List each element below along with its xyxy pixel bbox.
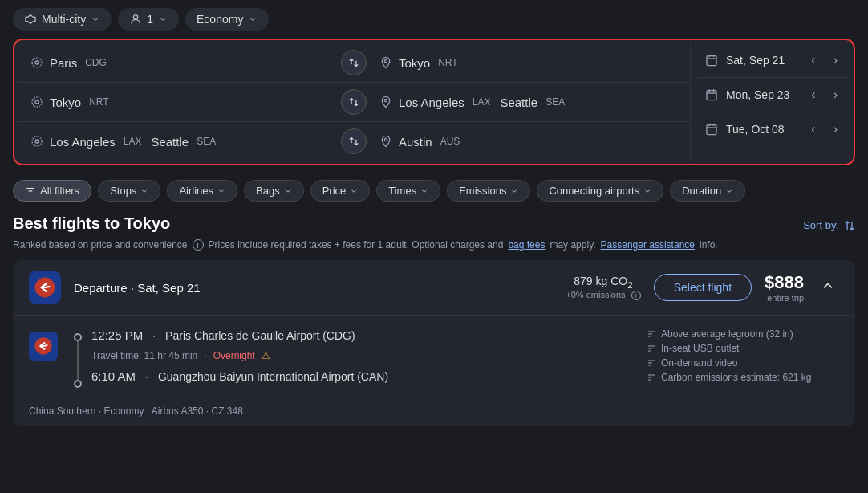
route-dots: [74, 328, 82, 388]
date-prev-2[interactable]: ‹: [806, 86, 820, 104]
times-chevron: [420, 187, 428, 195]
route-display: 12:25 PM · Paris Charles de Gaulle Airpo…: [74, 328, 631, 388]
travel-time: Travel time: 11 hr 45 min: [91, 350, 197, 361]
filters-bar: All filters Stops Airlines Bags Price Ti…: [0, 173, 868, 208]
dest-field-2[interactable]: Los Angeles LAX Seattle SEA: [370, 92, 687, 112]
swap-button-1[interactable]: [341, 50, 367, 75]
origin-field-2[interactable]: Tokyo NRT: [21, 92, 338, 112]
emissions-label: Emissions: [459, 185, 506, 197]
amenity-legroom-text: Above average legroom (32 in): [661, 328, 793, 340]
co2-sub-text: +0% emissions: [566, 290, 625, 299]
search-row-1: Paris CDG Tokyo NRT: [18, 43, 690, 83]
date-prev-1[interactable]: ‹: [806, 51, 820, 69]
date-next-3[interactable]: ›: [829, 120, 842, 138]
arrive-time: 6:10 AM: [91, 369, 136, 383]
connecting-airports-filter-button[interactable]: Connecting airports: [537, 180, 663, 202]
dest-icon-3: [379, 135, 392, 148]
co2-value: 879 kg CO2: [566, 275, 640, 290]
dest-field-3[interactable]: Austin AUS: [370, 132, 687, 152]
date-next-2[interactable]: ›: [829, 86, 842, 104]
filter-icon: [25, 185, 36, 197]
passengers-button[interactable]: 1: [118, 8, 179, 31]
may-apply-text: may apply.: [550, 239, 595, 251]
dest-code-2b: SEA: [546, 96, 565, 108]
travel-separator: ·: [204, 350, 206, 361]
date-row-2[interactable]: Mon, Sep 23 ‹ ›: [697, 78, 850, 112]
passengers-label: 1: [147, 13, 153, 26]
amenities-list: Above average legroom (32 in) In-seat US…: [647, 328, 839, 388]
date-row-3[interactable]: Tue, Oct 08 ‹ ›: [697, 112, 850, 146]
stops-label: Stops: [110, 185, 136, 197]
dest-code-3: AUS: [440, 136, 460, 147]
depart-airport: Paris Charles de Gaulle Airport (CDG): [165, 329, 355, 342]
svg-rect-18: [707, 125, 716, 135]
amenity-video: On-demand video: [647, 357, 839, 369]
swap-button-3[interactable]: [341, 128, 367, 154]
sort-icon: [844, 220, 855, 231]
date-row-1[interactable]: Sat, Sep 21 ‹ ›: [697, 43, 850, 78]
date-prev-3[interactable]: ‹: [806, 120, 820, 138]
dot-connector: [77, 341, 79, 380]
depart-separator: ·: [152, 329, 156, 342]
date-next-1[interactable]: ›: [829, 51, 842, 69]
price-filter-button[interactable]: Price: [310, 180, 371, 202]
origin-icon-2: [30, 96, 43, 108]
origin-name-3: Los Angeles: [50, 135, 116, 149]
connecting-chevron: [643, 187, 651, 195]
depart-row: 12:25 PM · Paris Charles de Gaulle Airpo…: [91, 328, 631, 342]
duration-filter-button[interactable]: Duration: [670, 180, 745, 202]
times-filter-button[interactable]: Times: [376, 180, 440, 202]
bag-fees-link[interactable]: bag fees: [508, 239, 545, 251]
bags-filter-button[interactable]: Bags: [244, 180, 304, 202]
stops-chevron: [140, 187, 148, 195]
results-subtitle: Ranked based on price and convenience i …: [13, 239, 855, 251]
origin-icon-3: [30, 135, 43, 148]
airlines-filter-button[interactable]: Airlines: [167, 180, 237, 202]
svg-rect-14: [707, 91, 716, 100]
departure-label: Departure: [74, 281, 128, 295]
flight-footer-text: China Southern · Economy · Airbus A350 ·…: [29, 405, 243, 417]
expand-button[interactable]: [817, 275, 839, 301]
amenity-video-text: On-demand video: [661, 357, 737, 369]
select-flight-button[interactable]: Select flight: [654, 274, 752, 301]
svg-rect-10: [707, 56, 716, 66]
svg-point-6: [384, 99, 387, 101]
legroom-icon: [647, 329, 656, 339]
calendar-icon-2: [705, 88, 718, 101]
all-filters-button[interactable]: All filters: [13, 180, 91, 202]
dest-field-1[interactable]: Tokyo NRT: [370, 53, 687, 73]
flight-route: 12:25 PM · Paris Charles de Gaulle Airpo…: [91, 328, 631, 388]
departure-date: Sat, Sep 21: [137, 281, 200, 295]
connecting-airports-label: Connecting airports: [549, 185, 639, 197]
price-sub: entire trip: [765, 293, 804, 303]
arrive-separator: ·: [145, 370, 148, 383]
video-icon: [647, 358, 656, 368]
passenger-assistance-link[interactable]: Passenger assistance: [601, 239, 695, 251]
trip-type-button[interactable]: Multi-city: [13, 8, 112, 31]
swap-button-2[interactable]: [341, 89, 367, 115]
origin-field-1[interactable]: Paris CDG: [21, 53, 338, 73]
cabin-button[interactable]: Economy: [185, 8, 269, 31]
stops-filter-button[interactable]: Stops: [98, 180, 160, 202]
duration-label: Duration: [682, 185, 721, 197]
amenity-carbon-text: Carbon emissions estimate: 621 kg: [661, 372, 811, 383]
emissions-chevron: [510, 187, 518, 195]
flight-details: 12:25 PM · Paris Charles de Gaulle Airpo…: [13, 316, 855, 401]
svg-point-8: [32, 136, 42, 146]
ranked-text: Ranked based on price and convenience: [13, 239, 188, 251]
svg-point-9: [384, 138, 387, 141]
airline-logo: [29, 271, 61, 304]
dest-name-1: Tokyo: [399, 56, 430, 70]
origin-icon-1: [30, 56, 43, 69]
emissions-filter-button[interactable]: Emissions: [447, 180, 530, 202]
origin-code-3: LAX: [124, 136, 142, 147]
sort-by[interactable]: Sort by:: [803, 219, 855, 231]
origin-field-3[interactable]: Los Angeles LAX Seattle SEA: [21, 132, 338, 152]
dest-icon-1: [379, 56, 392, 69]
expand-icon: [820, 278, 836, 294]
amenity-legroom: Above average legroom (32 in): [647, 328, 839, 340]
airline-logo-sm: [29, 332, 58, 361]
flight-footer: China Southern · Economy · Airbus A350 ·…: [13, 401, 855, 426]
dest-icon-2: [379, 96, 392, 108]
search-row-3: Los Angeles LAX Seattle SEA Austin AUS: [18, 122, 690, 161]
